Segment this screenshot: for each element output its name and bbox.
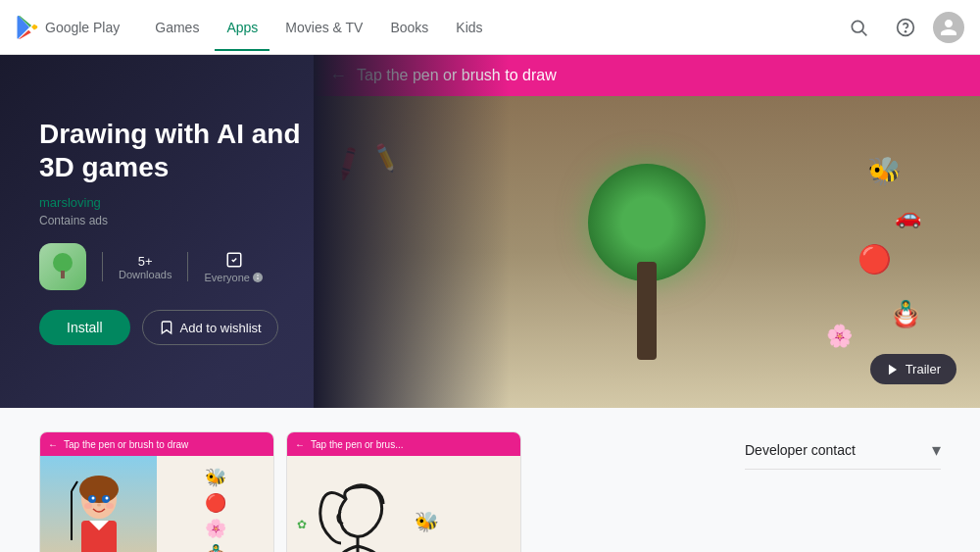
- thumb2-title: Tap the pen or brus...: [311, 439, 404, 450]
- screenshot-thumb-1[interactable]: ← Tap the pen or brush to draw: [39, 431, 274, 552]
- car-deco: 🚗: [895, 204, 921, 229]
- svg-line-1: [862, 30, 867, 35]
- avatar[interactable]: [933, 12, 964, 43]
- thumb1-content: 🐝 🔴 🌸 🪆: [40, 456, 273, 552]
- bee-icon-thumb: 🐝: [205, 467, 226, 488]
- app-icon-tree: [47, 251, 78, 282]
- trailer-label: Trailer: [906, 362, 941, 376]
- logo-text: Google Play: [45, 20, 120, 35]
- nav-movies-tv[interactable]: Movies & TV: [273, 12, 374, 43]
- thumb1-title: Tap the pen or brush to draw: [64, 439, 188, 450]
- google-play-logo-icon: [16, 16, 39, 39]
- thumb1-back-arrow: ←: [48, 439, 58, 450]
- tree-illustration: [549, 144, 745, 360]
- chevron-down-icon: ▾: [932, 439, 941, 461]
- svg-point-17: [97, 504, 101, 507]
- svg-marker-10: [889, 364, 897, 375]
- svg-point-12: [79, 476, 119, 503]
- screenshots-row: ← Tap the pen or brush to draw: [39, 431, 721, 552]
- play-icon: [886, 363, 900, 376]
- contains-ads-text: Contains ads: [39, 214, 353, 227]
- help-icon: [896, 18, 915, 37]
- meta-divider-1: [102, 252, 103, 281]
- svg-rect-5: [61, 271, 65, 278]
- rating-label-text: Everyone: [204, 272, 249, 283]
- downloads-stat: 5+ Downloads: [119, 254, 172, 280]
- svg-line-22: [72, 481, 77, 491]
- drawing-canvas: 🐝 🌿 ✿ 🥤: [287, 479, 483, 552]
- main-nav: Games Apps Movies & TV Books Kids: [143, 12, 839, 43]
- bee-deco: 🐝: [867, 155, 902, 187]
- rating-box-icon: [225, 251, 243, 269]
- hero-actions: Install Add to wishlist: [39, 310, 353, 345]
- search-icon: [849, 18, 868, 37]
- app-title: Drawing with AI and3D games: [39, 118, 353, 183]
- developer-contact[interactable]: Developer contact ▾: [745, 431, 941, 470]
- svg-point-0: [852, 21, 863, 32]
- meta-divider-2: [187, 252, 188, 281]
- nav-books[interactable]: Books: [378, 12, 440, 43]
- svg-point-18: [84, 503, 92, 509]
- rating-label: Everyone: [204, 272, 263, 283]
- svg-text:🐝: 🐝: [415, 510, 439, 533]
- nav-kids[interactable]: Kids: [444, 12, 494, 43]
- install-button[interactable]: Install: [39, 310, 130, 345]
- content-section: ← Tap the pen or brush to draw: [0, 408, 980, 552]
- hero-section: ← Tap the pen or brush to draw 🖍️ ✏️ 🐝: [0, 55, 980, 408]
- app-icon: [39, 243, 86, 290]
- app-meta: 5+ Downloads Everyone: [39, 243, 353, 290]
- hero-content: Drawing with AI and3D games marsloving C…: [0, 55, 392, 408]
- rating-info: Everyone: [204, 251, 263, 283]
- sidebar: Developer contact ▾: [745, 431, 941, 552]
- downloads-label: Downloads: [119, 269, 172, 280]
- svg-text:✿: ✿: [297, 518, 307, 531]
- girl-avatar: [70, 472, 128, 552]
- flower-icon-thumb: 🌸: [205, 518, 226, 539]
- header-actions: [839, 8, 964, 47]
- svg-point-4: [53, 253, 73, 273]
- developer-contact-label: Developer contact: [745, 442, 856, 458]
- nav-games[interactable]: Games: [143, 12, 211, 43]
- thumb1-pink-bar: ← Tap the pen or brush to draw: [40, 432, 273, 456]
- screenshot-thumb-2[interactable]: ← Tap the pen or brus...: [286, 431, 521, 552]
- svg-point-19: [106, 503, 114, 509]
- info-icon: [252, 272, 264, 283]
- thumb2-pink-bar: ← Tap the pen or brus...: [287, 432, 520, 456]
- tree-trunk: [637, 262, 657, 360]
- thumb2-back-arrow: ←: [295, 439, 305, 450]
- doll-icon-thumb: 🪆: [205, 543, 226, 552]
- thumb2-content: 🐝 🌿 ✿ 🥤: [287, 456, 520, 552]
- thumb1-items: 🐝 🔴 🌸 🪆: [157, 456, 273, 552]
- pokeball-deco: 🔴: [858, 243, 892, 276]
- header: Google Play Games Apps Movies & TV Books…: [0, 0, 980, 55]
- rating-icon: [225, 251, 243, 272]
- app-title-text: Drawing with AI and3D games: [39, 119, 301, 182]
- help-button[interactable]: [886, 8, 925, 47]
- developer-name[interactable]: marsloving: [39, 195, 353, 210]
- bookmark-icon: [159, 320, 174, 335]
- doll-deco: 🪆: [890, 299, 921, 329]
- girl-illustration: [40, 456, 157, 552]
- downloads-value: 5+: [138, 254, 153, 269]
- add-to-wishlist-button[interactable]: Add to wishlist: [142, 310, 278, 345]
- logo[interactable]: Google Play: [16, 16, 120, 39]
- nav-apps[interactable]: Apps: [215, 12, 270, 43]
- avatar-icon: [939, 18, 958, 37]
- trailer-button[interactable]: Trailer: [870, 354, 956, 384]
- wishlist-label: Add to wishlist: [180, 321, 262, 335]
- flower-deco: 🌸: [826, 324, 853, 349]
- pokeball-icon-thumb: 🔴: [205, 492, 226, 514]
- search-button[interactable]: [839, 8, 878, 47]
- svg-point-16: [105, 497, 108, 500]
- svg-point-15: [91, 497, 94, 500]
